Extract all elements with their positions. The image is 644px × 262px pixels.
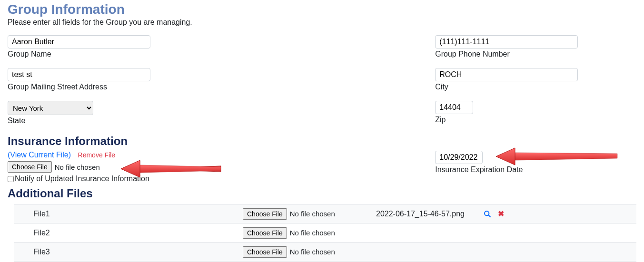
notify-checkbox[interactable] [8, 176, 14, 182]
choose-file-button[interactable]: Choose File [243, 246, 287, 258]
file-status: No file chosen [290, 229, 335, 237]
uploaded-filename: 2022-06-17_15-46-57.png [376, 210, 481, 218]
zip-label: Zip [435, 116, 636, 124]
group-name-label: Group Name [8, 50, 435, 58]
view-current-file-link[interactable]: (View Current File) [8, 151, 71, 159]
page-subtitle: Please enter all fields for the Group yo… [8, 18, 636, 27]
city-label: City [435, 83, 636, 91]
insurance-section-title: Insurance Information [8, 135, 636, 148]
remove-file-link[interactable]: Remove File [78, 151, 116, 159]
zip-input[interactable] [435, 101, 473, 114]
street-input[interactable] [8, 68, 150, 81]
group-name-input[interactable] [8, 35, 150, 49]
insurance-choose-file-button[interactable]: Choose File [8, 161, 52, 173]
expiration-date-input[interactable] [435, 151, 483, 164]
additional-files-table: File1 Choose File No file chosen 2022-06… [14, 204, 636, 262]
insurance-file-status: No file chosen [55, 163, 100, 171]
file-row-label: File3 [14, 248, 243, 256]
table-row: File1 Choose File No file chosen 2022-06… [14, 204, 636, 223]
file-status: No file chosen [290, 210, 335, 218]
notify-label: Notify of Updated Insurance Information [15, 175, 149, 183]
table-row: File2 Choose File No file chosen [14, 223, 636, 243]
svg-point-0 [485, 211, 489, 215]
group-phone-label: Group Phone Number [435, 50, 636, 58]
expiration-date-label: Insurance Expiration Date [435, 165, 636, 174]
state-label: State [8, 116, 435, 125]
file-row-label: File1 [14, 210, 243, 218]
street-label: Group Mailing Street Address [8, 83, 435, 91]
table-row: File3 Choose File No file chosen [14, 243, 636, 262]
additional-files-title: Additional Files [8, 187, 636, 200]
file-row-label: File2 [14, 229, 243, 237]
state-select[interactable]: New York [8, 101, 93, 115]
file-status: No file chosen [290, 248, 335, 256]
city-input[interactable] [435, 68, 578, 81]
page-title: Group Information [8, 2, 636, 17]
svg-line-1 [488, 215, 491, 217]
search-icon[interactable] [483, 209, 492, 219]
choose-file-button[interactable]: Choose File [243, 208, 287, 220]
group-phone-input[interactable] [435, 35, 578, 49]
choose-file-button[interactable]: Choose File [243, 227, 287, 239]
delete-icon[interactable]: ✖ [496, 209, 505, 219]
